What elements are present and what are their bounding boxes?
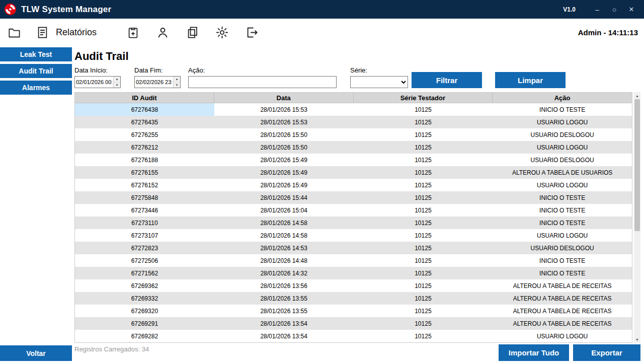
table-cell[interactable]: ALTEROU A TABELA DE RECEITAS: [493, 279, 632, 292]
table-cell[interactable]: 28/01/2026 14:53: [214, 242, 354, 254]
table-row[interactable]: 6727625528/01/2026 15:5010125USUARIO DES…: [75, 128, 632, 141]
exportar-button[interactable]: Exportar: [573, 344, 640, 361]
clipboard-add-icon[interactable]: [125, 25, 141, 41]
limpar-button[interactable]: Limpar: [495, 72, 566, 88]
table-cell[interactable]: 67276188: [75, 154, 214, 166]
scroll-down-icon[interactable]: ▼: [634, 336, 640, 343]
importar-tudo-button[interactable]: Importar Tudo: [499, 344, 569, 361]
table-cell[interactable]: 10125: [354, 204, 493, 216]
filtrar-button[interactable]: Filtrar: [412, 72, 482, 88]
spin-up-button[interactable]: ▲: [174, 77, 180, 83]
table-cell[interactable]: USUARIO LOGOU: [493, 179, 632, 191]
table-header-cell[interactable]: Série Testador: [354, 93, 493, 103]
table-row[interactable]: 6726932028/01/2026 13:5510125ALTEROU A T…: [75, 305, 632, 317]
table-cell[interactable]: 10125: [354, 242, 493, 254]
table-cell[interactable]: 10125: [354, 305, 493, 317]
table-cell[interactable]: INICIO O TESTE: [493, 267, 632, 279]
table-cell[interactable]: USUARIO LOGOU: [493, 229, 632, 242]
table-row[interactable]: 6727643828/01/2026 15:5310125INICIO O TE…: [75, 103, 632, 116]
table-cell[interactable]: 10125: [354, 330, 493, 342]
table-cell[interactable]: 67273110: [75, 216, 214, 229]
minimize-button[interactable]: –: [589, 0, 606, 19]
table-cell[interactable]: USUARIO LOGOU: [493, 116, 632, 128]
table-row[interactable]: 6727643528/01/2026 15:5310125USUARIO LOG…: [75, 116, 632, 128]
table-cell[interactable]: 67273107: [75, 229, 214, 242]
table-cell[interactable]: 67269320: [75, 305, 214, 317]
table-cell[interactable]: 10125: [354, 279, 493, 292]
table-row[interactable]: 6726933228/01/2026 13:5510125ALTEROU A T…: [75, 292, 632, 305]
table-cell[interactable]: 67269362: [75, 279, 214, 292]
table-cell[interactable]: 67269282: [75, 330, 214, 342]
table-cell[interactable]: USUARIO LOGOU: [493, 141, 632, 154]
table-cell[interactable]: 67276155: [75, 166, 214, 179]
table-cell[interactable]: 28/01/2026 13:56: [214, 279, 354, 292]
table-cell[interactable]: 10125: [354, 229, 493, 242]
spin-down-button[interactable]: ▼: [114, 83, 120, 88]
table-cell[interactable]: 28/01/2026 15:44: [214, 191, 354, 204]
table-row[interactable]: 6727311028/01/2026 14:5810125INICIO O TE…: [75, 216, 632, 229]
table-row[interactable]: 6727615528/01/2026 15:4910125ALTEROU A T…: [75, 166, 632, 179]
table-cell[interactable]: 28/01/2026 15:49: [214, 179, 354, 191]
table-cell[interactable]: INICIO O TESTE: [493, 204, 632, 216]
spin-down-button[interactable]: ▼: [174, 83, 180, 88]
table-cell[interactable]: 10125: [354, 292, 493, 305]
table-cell[interactable]: 67271562: [75, 267, 214, 279]
table-cell[interactable]: 28/01/2026 15:53: [214, 103, 354, 116]
table-cell[interactable]: 28/01/2026 13:55: [214, 305, 354, 317]
table-cell[interactable]: USUARIO DESLOGOU: [493, 242, 632, 254]
table-row[interactable]: 6726936228/01/2026 13:5610125ALTEROU A T…: [75, 279, 632, 292]
voltar-button[interactable]: Voltar: [0, 345, 72, 361]
table-cell[interactable]: 28/01/2026 15:50: [214, 128, 354, 141]
relatorios-label[interactable]: Relatórios: [56, 27, 97, 38]
table-cell[interactable]: ALTEROU A TABELA DE USUARIOS: [493, 166, 632, 179]
table-cell[interactable]: 28/01/2026 14:58: [214, 216, 354, 229]
serie-select[interactable]: [350, 76, 408, 88]
table-row[interactable]: 6727584828/01/2026 15:4410125INICIO O TE…: [75, 191, 632, 204]
table-cell[interactable]: INICIO O TESTE: [493, 254, 632, 267]
table-cell[interactable]: 67272506: [75, 254, 214, 267]
folder-icon[interactable]: [6, 25, 22, 41]
close-button[interactable]: ✕: [623, 0, 640, 19]
sidebar-item-alarmes[interactable]: Alarmes: [0, 81, 72, 95]
table-cell[interactable]: 10125: [354, 191, 493, 204]
table-row[interactable]: 6727156228/01/2026 14:3210125INICIO O TE…: [75, 267, 632, 279]
table-cell[interactable]: 10125: [354, 103, 493, 116]
table-row[interactable]: 6727250628/01/2026 14:4810125INICIO O TE…: [75, 254, 632, 267]
gear-icon[interactable]: [214, 25, 230, 41]
table-cell[interactable]: 28/01/2026 15:49: [214, 166, 354, 179]
table-cell[interactable]: 67269291: [75, 317, 214, 330]
table-row[interactable]: 6727615228/01/2026 15:4910125USUARIO LOG…: [75, 179, 632, 191]
table-cell[interactable]: 67276152: [75, 179, 214, 191]
table-cell[interactable]: INICIO O TESTE: [493, 191, 632, 204]
table-cell[interactable]: USUARIO DESLOGOU: [493, 154, 632, 166]
table-cell[interactable]: 28/01/2026 14:58: [214, 229, 354, 242]
table-cell[interactable]: 10125: [354, 116, 493, 128]
table-cell[interactable]: 10125: [354, 128, 493, 141]
table-header-cell[interactable]: Ação: [493, 93, 632, 103]
table-row[interactable]: 6727310728/01/2026 14:5810125USUARIO LOG…: [75, 229, 632, 242]
table-cell[interactable]: 67276255: [75, 128, 214, 141]
data-inicio-input[interactable]: [75, 77, 113, 88]
table-row[interactable]: 6727621228/01/2026 15:5010125USUARIO LOG…: [75, 141, 632, 154]
table-cell[interactable]: 10125: [354, 317, 493, 330]
table-cell[interactable]: 67276435: [75, 116, 214, 128]
table-row[interactable]: 6726928228/01/2026 13:5410125USUARIO LOG…: [75, 330, 632, 342]
table-row[interactable]: 6727618828/01/2026 15:4910125USUARIO DES…: [75, 154, 632, 166]
table-cell[interactable]: 28/01/2026 13:54: [214, 317, 354, 330]
scroll-up-icon[interactable]: ▲: [634, 92, 640, 99]
table-cell[interactable]: USUARIO DESLOGOU: [493, 128, 632, 141]
table-cell[interactable]: 67273446: [75, 204, 214, 216]
table-row[interactable]: 6727344628/01/2026 15:0410125INICIO O TE…: [75, 204, 632, 216]
table-cell[interactable]: 10125: [354, 179, 493, 191]
table-row[interactable]: 6726929128/01/2026 13:5410125ALTEROU A T…: [75, 317, 632, 330]
table-cell[interactable]: 28/01/2026 14:48: [214, 254, 354, 267]
table-cell[interactable]: 10125: [354, 216, 493, 229]
acao-input[interactable]: [188, 76, 337, 88]
table-cell[interactable]: USUARIO LOGOU: [493, 330, 632, 342]
table-cell[interactable]: 28/01/2026 15:04: [214, 204, 354, 216]
sidebar-item-leak-test[interactable]: Leak Test: [0, 47, 72, 61]
user-icon[interactable]: [154, 25, 171, 41]
table-cell[interactable]: 67272823: [75, 242, 214, 254]
table-cell[interactable]: 28/01/2026 13:54: [214, 330, 354, 342]
table-cell[interactable]: 67269332: [75, 292, 214, 305]
